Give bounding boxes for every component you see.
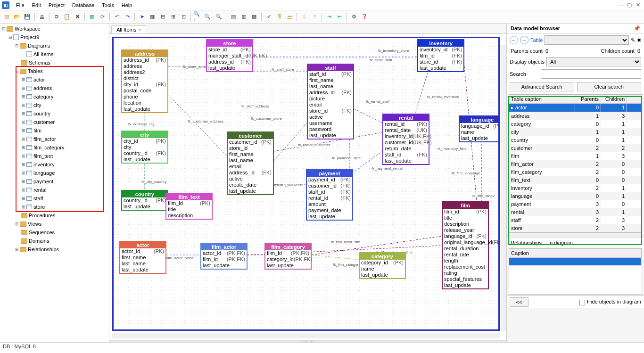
refresh-icon[interactable]: ⟳: [98, 12, 107, 22]
caption-row-selected[interactable]: [509, 258, 642, 266]
help-icon[interactable]: ❓: [360, 12, 369, 22]
tab-close-icon[interactable]: ×: [138, 27, 141, 33]
tree-table-address[interactable]: ⊞address: [0, 84, 109, 92]
pointer-icon[interactable]: ➤: [137, 12, 147, 22]
tree-table-customer[interactable]: ⊞customer: [0, 118, 109, 126]
add-view-icon[interactable]: ⊞: [168, 12, 178, 22]
grid-row-film[interactable]: film13: [509, 152, 642, 160]
col-parents[interactable]: Parents: [575, 95, 601, 103]
menu-database[interactable]: Database: [68, 1, 98, 9]
entity-film_category[interactable]: film_categoryfilm_id(PK,FK)category_id(P…: [264, 243, 312, 270]
add-note-icon[interactable]: ⊡: [179, 12, 188, 22]
project-tree[interactable]: ⊟Workspace ⊟Project9 ⊟Diagrams All Items…: [0, 24, 109, 342]
grid-row-inventory[interactable]: inventory21: [509, 184, 642, 192]
adv-search-button[interactable]: Advanced Search: [510, 82, 574, 91]
script-in-icon[interactable]: ⇥: [324, 12, 334, 22]
copy-icon[interactable]: ⧉: [52, 12, 61, 22]
menu-project[interactable]: Project: [45, 1, 68, 9]
grid-row-language[interactable]: language01: [509, 192, 642, 200]
zoom-out-icon[interactable]: 🔍-: [204, 12, 213, 22]
entity-film[interactable]: filmfilm_id(PK)titledescriptionrelease_y…: [442, 201, 489, 289]
entity-country[interactable]: countrycountry_id(PK)last_update: [121, 190, 168, 211]
tree-project[interactable]: Project9: [20, 34, 39, 40]
minimize-icon[interactable]: —: [617, 2, 625, 8]
tree-table-staff[interactable]: ⊞staff: [0, 194, 109, 203]
grid-row-address[interactable]: address13: [509, 112, 642, 120]
entity-rental[interactable]: rentalrental_id(PK)rental_date(UK)invent…: [382, 114, 429, 165]
grid-row-staff[interactable]: staff23: [509, 216, 642, 224]
tree-views[interactable]: Views: [28, 221, 41, 227]
tree-table-rental[interactable]: ⊞rental: [0, 186, 109, 194]
settings-icon[interactable]: ⚙: [349, 12, 359, 22]
menu-file[interactable]: File: [12, 1, 28, 9]
fwd-button[interactable]: →: [520, 36, 528, 44]
tables-grid[interactable]: Table caption Parents Children ▸ actor01…: [509, 94, 642, 233]
entity-film_text[interactable]: film_textfilm_id(PK)titledescription: [165, 193, 213, 220]
tree-relationships[interactable]: Relationships: [28, 246, 59, 252]
tree-table-film_actor[interactable]: ⊞film_actor: [0, 135, 109, 143]
edit-icon[interactable]: ✎: [631, 37, 635, 43]
script-out-icon[interactable]: ⇤: [335, 12, 344, 22]
grid-row-film_text[interactable]: film_text00: [509, 176, 642, 184]
entity-customer[interactable]: customercustomer_id(PK)store_idfirst_nam…: [227, 131, 274, 195]
tree-diagrams[interactable]: Diagrams: [28, 43, 50, 49]
col-caption[interactable]: Table caption: [509, 95, 575, 103]
tab-relationships[interactable]: Relationships: [511, 240, 542, 246]
col-children[interactable]: Children: [601, 95, 627, 103]
search-input[interactable]: [542, 69, 641, 79]
tree-schemas[interactable]: Schemas: [29, 60, 50, 66]
tree-table-city[interactable]: ⊞city: [0, 101, 109, 109]
redo-icon[interactable]: ↷: [123, 12, 132, 22]
maximize-icon[interactable]: ▢: [625, 2, 634, 8]
delete-icon[interactable]: ✖: [73, 12, 82, 22]
entity-category[interactable]: categorycategory_id(PK)namelast_update: [359, 252, 406, 279]
new-icon[interactable]: ▤: [2, 12, 11, 22]
grid1-icon[interactable]: ▤: [229, 12, 238, 22]
table-icon[interactable]: ▦: [87, 12, 97, 22]
canvas-scroll-h[interactable]: [112, 333, 500, 338]
add-table-icon[interactable]: ▦: [148, 12, 157, 22]
tree-table-country[interactable]: ⊞country: [0, 109, 109, 118]
tree-tables[interactable]: Tables: [28, 68, 43, 74]
tree-table-film_category[interactable]: ⊞film_category: [0, 143, 109, 152]
col-caption2[interactable]: Caption: [509, 249, 642, 257]
tree-sequences[interactable]: Sequences: [29, 230, 55, 235]
entity-inventory[interactable]: inventoryinventory_id(PK)film_id(FK)stor…: [417, 39, 464, 72]
db-gen-icon[interactable]: 🗃: [285, 12, 294, 22]
db-sync-icon[interactable]: 🗄: [274, 12, 284, 22]
er-canvas[interactable]: fk_store_addressfk_inventory_storefk_sta…: [112, 37, 500, 331]
zoom-fit-icon[interactable]: 🔍: [214, 12, 223, 22]
tree-table-language[interactable]: ⊞language: [0, 169, 109, 177]
close-icon[interactable]: ✕: [634, 2, 642, 8]
tree-table-category[interactable]: ⊞category: [0, 92, 109, 101]
back-history-button[interactable]: <<: [510, 297, 528, 307]
tree-procedures[interactable]: Procedures: [29, 213, 55, 218]
tree-domains[interactable]: Domains: [29, 238, 49, 244]
print-icon[interactable]: 🖶: [37, 12, 47, 22]
back-button[interactable]: ←: [510, 36, 518, 44]
tree-workspace[interactable]: Workspace: [15, 26, 41, 32]
menu-help[interactable]: Help: [118, 1, 136, 9]
tree-table-payment[interactable]: ⊞payment: [0, 177, 109, 186]
entity-film_actor[interactable]: film_actoractor_id(PK,FK)film_id(PK,FK)l…: [200, 243, 248, 270]
tree-table-inventory[interactable]: ⊞inventory: [0, 160, 109, 169]
tree-table-store[interactable]: ⊞store: [0, 203, 109, 211]
grid-row-actor[interactable]: ▸ actor01: [509, 104, 642, 112]
display-select[interactable]: All: [546, 57, 641, 66]
grid-row-payment[interactable]: payment30: [509, 200, 642, 208]
validate-icon[interactable]: ✔: [264, 12, 273, 22]
grid-row-customer[interactable]: customer22: [509, 144, 642, 152]
entity-city[interactable]: citycity_id(PK)citycountry_id(FK)last_up…: [121, 131, 168, 164]
tree-allitems[interactable]: All Items: [33, 51, 53, 57]
tree-table-film_text[interactable]: ⊞film_text: [0, 152, 109, 160]
hide-objects-check[interactable]: Hide objects in diagram: [579, 299, 641, 305]
grid2-icon[interactable]: ▥: [239, 12, 248, 22]
db-export-icon[interactable]: ⇧: [310, 12, 319, 22]
grid3-icon[interactable]: ▦: [249, 12, 259, 22]
grid-row-store[interactable]: store23: [509, 224, 642, 232]
clear-search-button[interactable]: Clear search: [577, 82, 642, 91]
tab-indiagram[interactable]: In diagram: [548, 240, 573, 246]
del-icon[interactable]: ✖: [637, 37, 641, 43]
save-icon[interactable]: 💾: [23, 12, 32, 22]
grid-row-film_actor[interactable]: film_actor20: [509, 160, 642, 168]
